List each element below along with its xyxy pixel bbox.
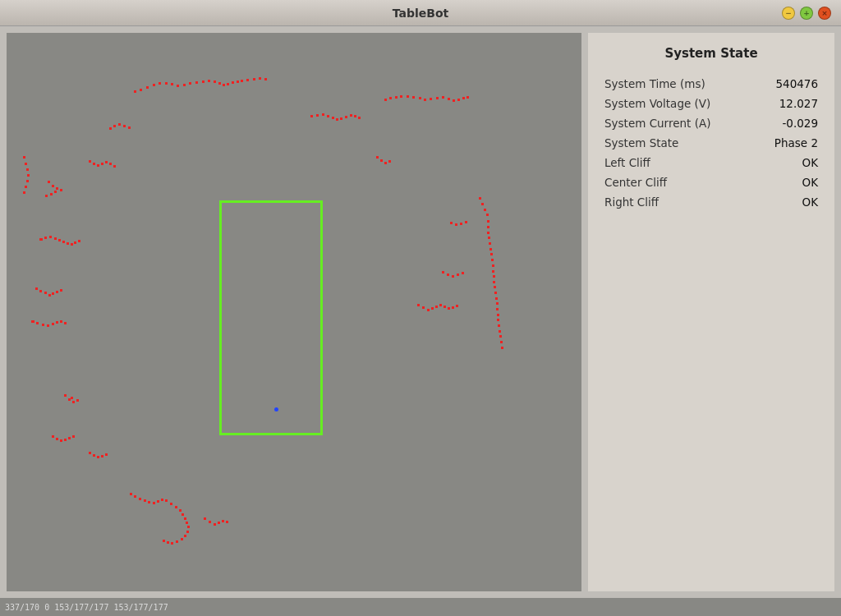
svg-rect-63 (60, 289, 62, 292)
svg-rect-24 (384, 99, 387, 101)
svg-rect-93 (497, 314, 499, 316)
svg-rect-134 (171, 542, 173, 545)
svg-rect-26 (395, 96, 398, 99)
window-title: TableBot (10, 7, 831, 20)
svg-rect-183 (209, 521, 211, 523)
svg-rect-27 (400, 95, 402, 98)
svg-rect-191 (431, 307, 434, 310)
svg-rect-106 (452, 275, 454, 278)
svg-rect-79 (488, 237, 490, 239)
svg-rect-111 (118, 123, 121, 126)
visualization-canvas (7, 33, 581, 591)
svg-rect-69 (56, 321, 58, 324)
svg-rect-37 (457, 99, 460, 101)
svg-rect-43 (54, 191, 57, 193)
svg-rect-115 (134, 495, 136, 498)
svg-rect-88 (494, 286, 496, 288)
bottom-status-bar: 337/170 0 153/177/177 153/177/177 (0, 598, 841, 616)
state-value-3: Phase 2 (774, 136, 818, 149)
svg-rect-22 (259, 77, 261, 80)
svg-rect-94 (497, 319, 499, 321)
svg-rect-74 (484, 209, 486, 211)
canvas-inner (7, 33, 581, 591)
svg-rect-84 (492, 264, 494, 267)
maximize-button[interactable]: + (800, 7, 813, 20)
svg-rect-137 (64, 394, 67, 397)
state-row-2: System Current (A)-0.029 (604, 113, 818, 133)
svg-rect-96 (499, 330, 501, 333)
state-label-0: System Time (ms) (604, 77, 705, 90)
svg-rect-54 (71, 243, 73, 246)
svg-rect-181 (388, 160, 391, 163)
svg-rect-132 (181, 538, 183, 540)
svg-rect-131 (184, 535, 186, 537)
svg-rect-20 (246, 79, 249, 81)
svg-rect-77 (487, 226, 489, 228)
svg-rect-128 (186, 522, 188, 524)
svg-rect-18 (237, 80, 239, 83)
state-rows: System Time (ms)540476System Voltage (V)… (604, 74, 818, 212)
svg-rect-114 (130, 493, 132, 495)
svg-rect-123 (170, 503, 172, 505)
svg-rect-98 (500, 341, 503, 343)
svg-rect-190 (427, 309, 430, 311)
svg-rect-161 (316, 114, 319, 117)
svg-rect-30 (419, 97, 421, 99)
svg-rect-71 (64, 322, 67, 324)
svg-rect-81 (489, 248, 492, 251)
state-value-6: OK (802, 195, 818, 209)
svg-rect-118 (148, 501, 150, 503)
state-label-1: System Voltage (V) (604, 97, 710, 110)
main-content: System State System Time (ms)540476Syste… (0, 26, 841, 598)
svg-rect-68 (52, 323, 54, 325)
svg-rect-180 (384, 162, 387, 164)
svg-rect-174 (101, 163, 103, 165)
svg-rect-126 (182, 513, 184, 516)
svg-rect-104 (442, 271, 444, 274)
svg-rect-78 (487, 232, 489, 234)
svg-rect-91 (496, 302, 499, 305)
svg-rect-25 (389, 97, 392, 99)
svg-rect-133 (176, 540, 178, 543)
svg-rect-154 (25, 163, 27, 165)
svg-rect-157 (26, 180, 29, 182)
svg-rect-170 (358, 117, 361, 119)
svg-rect-34 (442, 96, 444, 99)
svg-rect-32 (430, 98, 432, 100)
minimize-button[interactable]: − (782, 7, 795, 20)
svg-rect-184 (214, 523, 216, 526)
svg-rect-70 (60, 320, 62, 323)
svg-rect-187 (226, 521, 228, 523)
svg-rect-143 (56, 438, 58, 440)
window-controls[interactable]: − + × (782, 7, 831, 20)
close-button[interactable]: × (818, 7, 831, 20)
svg-rect-186 (222, 520, 224, 522)
svg-rect-179 (380, 159, 383, 162)
svg-rect-92 (496, 308, 499, 310)
svg-rect-176 (109, 163, 112, 165)
svg-rect-129 (187, 526, 190, 528)
svg-rect-112 (123, 125, 126, 127)
svg-rect-158 (25, 186, 27, 188)
svg-rect-149 (93, 454, 95, 457)
svg-rect-21 (253, 78, 255, 80)
svg-rect-167 (345, 116, 347, 118)
svg-rect-163 (327, 115, 329, 117)
svg-rect-10 (195, 81, 198, 84)
svg-rect-76 (487, 220, 489, 223)
svg-rect-4 (159, 82, 161, 85)
svg-rect-102 (460, 223, 462, 225)
title-bar: TableBot − + × (0, 0, 841, 26)
state-value-1: 12.027 (779, 97, 818, 110)
svg-rect-47 (39, 238, 43, 241)
state-value-4: OK (802, 156, 818, 169)
robot-position-dot (274, 407, 278, 411)
svg-rect-108 (462, 272, 464, 274)
svg-rect-8 (183, 84, 186, 86)
svg-rect-178 (376, 156, 379, 159)
svg-rect-153 (23, 156, 25, 159)
svg-rect-1 (140, 89, 142, 91)
svg-rect-62 (56, 291, 58, 293)
svg-rect-144 (60, 439, 62, 442)
svg-rect-28 (407, 95, 409, 98)
